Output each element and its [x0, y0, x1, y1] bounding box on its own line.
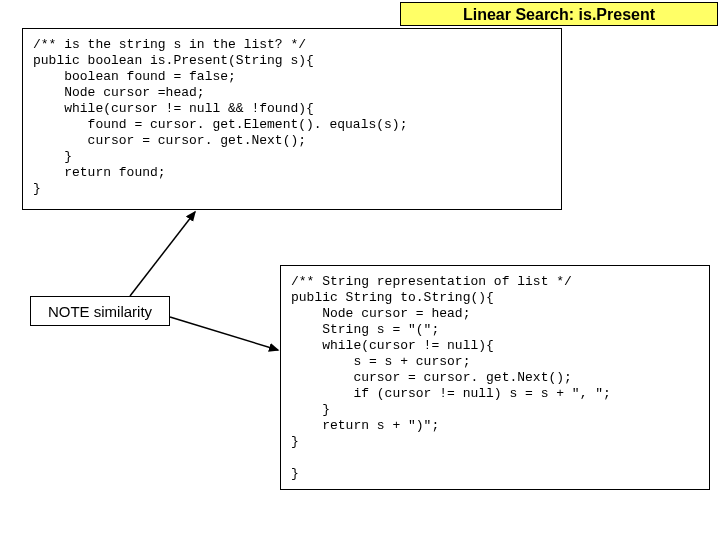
svg-line-1 — [130, 212, 195, 296]
code-block-tostring: /** String representation of list */ pub… — [280, 265, 710, 490]
slide-title: Linear Search: is.Present — [400, 2, 718, 26]
svg-line-2 — [170, 317, 278, 350]
code-block-ispresent: /** is the string s in the list? */ publ… — [22, 28, 562, 210]
note-similarity: NOTE similarity — [30, 296, 170, 326]
